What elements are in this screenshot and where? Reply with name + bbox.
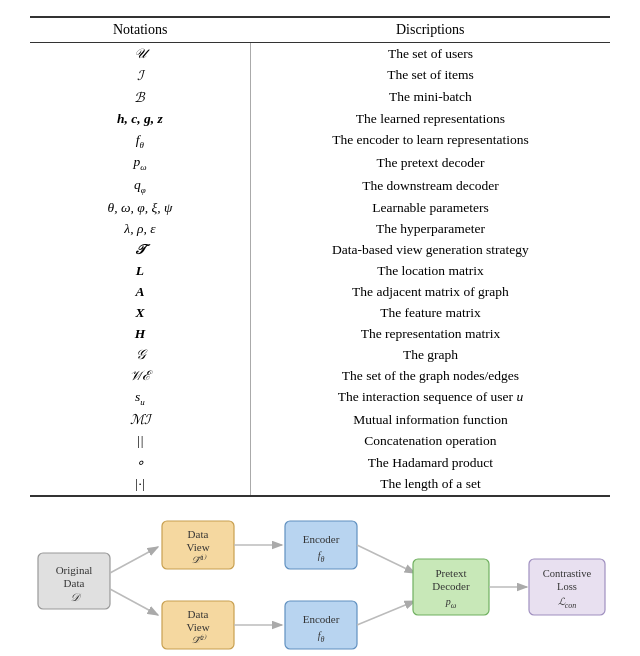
notation-cell: 𝒯 — [30, 239, 250, 260]
notation-cell: qφ — [30, 174, 250, 197]
description-cell: The length of a set — [250, 474, 610, 496]
arrow-orig-to-top — [110, 547, 158, 573]
table-row: λ, ρ, ε The hyperparameter — [30, 218, 610, 239]
dataview-bottom-sublabel: View — [186, 621, 209, 633]
description-cell: The set of items — [250, 64, 610, 86]
notation-cell: X — [30, 302, 250, 323]
notation-table: Notations Discriptions 𝒰 The set of user… — [30, 16, 610, 501]
notation-cell: L — [30, 260, 250, 281]
notation-cell: H — [30, 323, 250, 344]
notation-cell: || — [30, 431, 250, 452]
description-cell: The interaction sequence of user u — [250, 386, 610, 409]
notation-cell: ℐ — [30, 64, 250, 86]
table-row: |·| The length of a set — [30, 474, 610, 496]
notation-cell: fθ — [30, 129, 250, 152]
notation-cell: 𝒰 — [30, 43, 250, 65]
dataview-top-math: 𝒟̃⁽¹⁾ — [191, 554, 208, 565]
description-cell: Mutual information function — [250, 409, 610, 431]
contrastive-loss-label: Contrastive — [543, 568, 592, 579]
original-data-sublabel: Data — [64, 577, 85, 589]
description-cell: The feature matrix — [250, 302, 610, 323]
description-cell: The pretext decoder — [250, 152, 610, 175]
table-row: fθ The encoder to learn representations — [30, 129, 610, 152]
dataview-bottom-label: Data — [188, 608, 209, 620]
table-row: || Concatenation operation — [30, 431, 610, 452]
description-cell: Concatenation operation — [250, 431, 610, 452]
table-row: ℬ The mini-batch — [30, 86, 610, 108]
arrow-orig-to-bottom — [110, 589, 158, 615]
table-row: ℳℐ Mutual information function — [30, 409, 610, 431]
description-cell: Learnable parameters — [250, 197, 610, 218]
table-row: ∘ The Hadamard product — [30, 452, 610, 474]
arrow-enc-top-to-pretext — [357, 545, 415, 573]
arrow-enc-bottom-to-pretext — [357, 601, 415, 625]
table-row: su The interaction sequence of user u — [30, 386, 610, 409]
description-cell: The representation matrix — [250, 323, 610, 344]
table-row: 𝒯 Data-based view generation strategy — [30, 239, 610, 260]
dataview-bottom-math: 𝒟̃⁽²⁾ — [191, 634, 208, 645]
description-cell: The learned representations — [250, 108, 610, 129]
notation-cell: λ, ρ, ε — [30, 218, 250, 239]
table-row: ℐ The set of items — [30, 64, 610, 86]
notation-cell: su — [30, 386, 250, 409]
table-row: X The feature matrix — [30, 302, 610, 323]
description-cell: The downstream decoder — [250, 174, 610, 197]
encoder-bottom-label: Encoder — [303, 613, 340, 625]
table-row: h, c, g, z The learned representations — [30, 108, 610, 129]
description-cell: The set of users — [250, 43, 610, 65]
notation-cell: h, c, g, z — [30, 108, 250, 129]
table-row: A The adjacent matrix of graph — [30, 281, 610, 302]
contrastive-loss-sublabel: Loss — [557, 581, 577, 592]
notation-cell: ℬ — [30, 86, 250, 108]
description-cell: The encoder to learn representations — [250, 129, 610, 152]
description-cell: Data-based view generation strategy — [250, 239, 610, 260]
encoder-top-label: Encoder — [303, 533, 340, 545]
table-row: θ, ω, φ, ξ, ψ Learnable parameters — [30, 197, 610, 218]
diagram-section: Original Data 𝒟 Data View 𝒟̃⁽¹⁾ Data Vie… — [20, 501, 620, 656]
description-cell: The set of the graph nodes/edges — [250, 365, 610, 386]
notation-cell: ℳℐ — [30, 409, 250, 431]
notation-cell: 𝒱/ℰ — [30, 365, 250, 386]
table-row: pω The pretext decoder — [30, 152, 610, 175]
notation-table-container: Notations Discriptions 𝒰 The set of user… — [30, 16, 610, 501]
diagram-svg: Original Data 𝒟 Data View 𝒟̃⁽¹⁾ Data Vie… — [20, 501, 620, 656]
description-cell: The mini-batch — [250, 86, 610, 108]
col-header-notations: Notations — [30, 17, 250, 43]
pretext-decoder-label: Pretext — [435, 567, 466, 579]
dataview-top-sublabel: View — [186, 541, 209, 553]
table-row: L The location matrix — [30, 260, 610, 281]
notation-cell: θ, ω, φ, ξ, ψ — [30, 197, 250, 218]
original-data-label: Original — [56, 564, 93, 576]
pretext-decoder-sublabel: Decoder — [432, 580, 470, 592]
notation-cell: |·| — [30, 474, 250, 496]
notation-cell: ∘ — [30, 452, 250, 474]
dataview-top-label: Data — [188, 528, 209, 540]
notation-cell: pω — [30, 152, 250, 175]
description-cell: The hyperparameter — [250, 218, 610, 239]
table-row: 𝒰 The set of users — [30, 43, 610, 65]
table-row: qφ The downstream decoder — [30, 174, 610, 197]
table-row: 𝒢 The graph — [30, 344, 610, 365]
notation-cell: A — [30, 281, 250, 302]
col-header-descriptions: Discriptions — [250, 17, 610, 43]
description-cell: The location matrix — [250, 260, 610, 281]
description-cell: The adjacent matrix of graph — [250, 281, 610, 302]
notation-cell: 𝒢 — [30, 344, 250, 365]
description-cell: The graph — [250, 344, 610, 365]
table-row: H The representation matrix — [30, 323, 610, 344]
description-cell: The Hadamard product — [250, 452, 610, 474]
table-row: 𝒱/ℰ The set of the graph nodes/edges — [30, 365, 610, 386]
